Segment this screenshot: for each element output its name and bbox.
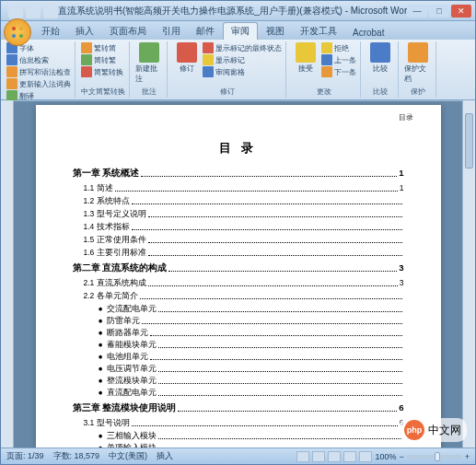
ribbon-button-label: 更新输入法词典 (19, 79, 71, 89)
ribbon-button-繁转简[interactable]: 繁转简 (81, 42, 123, 53)
undo-icon[interactable] (26, 4, 41, 18)
bullet-icon: ● (99, 340, 103, 349)
toc-entry[interactable]: ●防雷单元 (73, 316, 404, 327)
status-language[interactable]: 中文(美国) (109, 450, 147, 462)
scroll-thumb[interactable] (465, 113, 473, 169)
toc-entry[interactable]: 1.4 技术指标 (73, 222, 404, 233)
ribbon-button-更新输入法词典[interactable]: 更新输入法词典 (6, 78, 71, 89)
tab-引用[interactable]: 引用 (155, 23, 188, 40)
group-label: 批注 (135, 86, 163, 97)
zoom-out-icon[interactable]: − (399, 452, 403, 461)
toc-entry[interactable]: ●直流配电单元 (73, 388, 404, 399)
ribbon-group-修订: 修订显示标记的最终状态显示标记审阅窗格修订 (169, 41, 286, 98)
ribbon-icon (81, 42, 92, 53)
toc-text: ●断路器单元 (99, 328, 148, 339)
tab-页面布局[interactable]: 页面布局 (102, 23, 154, 40)
tab-开发工具[interactable]: 开发工具 (293, 23, 344, 40)
toc-entry[interactable]: 1.2 系统特点 (73, 196, 404, 207)
view-outline-icon[interactable] (343, 451, 356, 462)
view-print-layout-icon[interactable] (296, 451, 309, 462)
minimize-button[interactable]: — (407, 5, 427, 17)
tab-审阅[interactable]: 审阅 (223, 22, 258, 40)
ribbon-button-比较[interactable]: 比较 (366, 42, 394, 86)
zoom-handle[interactable] (435, 452, 440, 461)
view-draft-icon[interactable] (359, 451, 372, 462)
ribbon-icon (203, 42, 214, 53)
tab-开始[interactable]: 开始 (34, 23, 67, 40)
vertical-scrollbar[interactable] (462, 100, 475, 448)
toc-leader (142, 316, 402, 324)
ribbon-button-新建批注[interactable]: 新建批注 (135, 42, 163, 86)
ribbon-button-简转繁[interactable]: 简转繁 (81, 54, 123, 65)
status-insert[interactable]: 插入 (157, 450, 173, 462)
svg-point-1 (19, 27, 23, 30)
ribbon-button-label: 繁转简 (94, 43, 116, 53)
tab-插入[interactable]: 插入 (68, 23, 101, 40)
toc-entry[interactable]: 2.1 直流系统构成3 (73, 278, 404, 289)
ribbon-button-简繁转换[interactable]: 简繁转换 (81, 66, 123, 77)
ribbon-icon (6, 54, 17, 65)
ribbon-icon (370, 42, 390, 63)
toc-text: 第三章 整流模块使用说明 (73, 402, 177, 414)
office-button[interactable] (4, 18, 31, 46)
toc-entry[interactable]: 1.5 正常使用条件 (73, 235, 404, 246)
ribbon-button-拒绝[interactable]: 拒绝 (321, 42, 356, 53)
toc-leader (158, 304, 402, 312)
tab-邮件[interactable]: 邮件 (189, 23, 222, 40)
toc-entry[interactable]: ●单项输入模块 (73, 443, 404, 448)
close-button[interactable]: ✕ (451, 5, 471, 17)
ribbon-button-审阅窗格[interactable]: 审阅窗格 (203, 66, 282, 77)
toc-entry[interactable]: 1.1 简述1 (73, 183, 404, 194)
toc-entry[interactable]: ●整流模块单元 (73, 376, 404, 387)
save-icon[interactable] (8, 4, 23, 18)
toc-entry[interactable]: 1.3 型号定义说明 (73, 209, 404, 220)
group-label: 修订 (173, 86, 282, 97)
toc-entry[interactable]: 第三章 整流模块使用说明6 (73, 402, 404, 414)
toc-entry[interactable]: 2.2 各单元简介 (73, 291, 404, 302)
toc-entry[interactable]: ●电池组单元 (73, 352, 404, 363)
status-page[interactable]: 页面: 1/39 (6, 450, 44, 462)
document-viewport[interactable]: 目录 目 录 第一章 系统概述11.1 简述11.2 系统特点1.3 型号定义说… (14, 100, 462, 448)
ribbon-icon (177, 42, 197, 63)
ribbon-button-上一条[interactable]: 上一条 (321, 54, 356, 65)
toc-entry[interactable]: ●断路器单元 (73, 328, 404, 339)
zoom-level[interactable]: 100% (375, 452, 396, 461)
toc-entry[interactable]: ●蓄能模块单元 (73, 340, 404, 351)
ribbon-button-显示标记的最终状态[interactable]: 显示标记的最终状态 (203, 42, 282, 53)
toc-entry[interactable]: ●三相输入模块 (73, 431, 404, 442)
ribbon-button-保护文档[interactable]: 保护文档 (404, 42, 432, 86)
ribbon-icon (321, 66, 332, 77)
toc-leader (140, 291, 402, 299)
document-page[interactable]: 目录 目 录 第一章 系统概述11.1 简述11.2 系统特点1.3 型号定义说… (36, 105, 441, 448)
statusbar: 页面: 1/39 字数: 18,579 中文(美国) 插入 100% − + (1, 448, 475, 464)
ribbon-button-信息检索[interactable]: 信息检索 (6, 54, 71, 65)
zoom-in-icon[interactable]: + (465, 452, 470, 461)
toc-page-number: 1 (399, 168, 403, 180)
tab-视图[interactable]: 视图 (259, 23, 292, 40)
ribbon-button-显示标记[interactable]: 显示标记 (203, 54, 282, 65)
maximize-button[interactable]: □ (429, 5, 449, 17)
vertical-ruler[interactable] (1, 100, 14, 448)
toc-entry[interactable]: ●交流配电单元 (73, 304, 404, 315)
ribbon-button-下一条[interactable]: 下一条 (321, 66, 356, 77)
ribbon-button-拼写和语法检查[interactable]: 拼写和语法检查 (6, 66, 71, 77)
view-web-icon[interactable] (328, 451, 341, 462)
view-fullscreen-icon[interactable] (312, 451, 325, 462)
toc-leader (148, 248, 402, 256)
toc-entry[interactable]: ●电压调节单元 (73, 364, 404, 375)
horizontal-ruler[interactable] (14, 100, 462, 101)
status-words[interactable]: 字数: 18,579 (53, 450, 100, 462)
window-title: 直流系统说明书(智能高频开关电力操作电源系统_用户手册)(兼容模式) - Mic… (58, 5, 407, 17)
bullet-icon: ● (99, 388, 103, 397)
toc-entry[interactable]: 第二章 直流系统的构成3 (73, 262, 404, 274)
toc-entry[interactable]: 1.6 主要引用标准 (73, 248, 404, 259)
tab-Acrobat[interactable]: Acrobat (345, 26, 391, 40)
zoom-slider[interactable] (407, 455, 462, 459)
ribbon-button-接受[interactable]: 接受 (292, 42, 319, 86)
toc-entry[interactable]: 3.1 型号说明6 (73, 418, 404, 429)
toc-text: 第二章 直流系统的构成 (73, 262, 168, 274)
toc-entry[interactable]: 第一章 系统概述1 (73, 168, 404, 180)
ribbon-button-修订[interactable]: 修订 (173, 42, 201, 86)
redo-icon[interactable] (43, 4, 58, 18)
bullet-icon: ● (99, 443, 103, 448)
